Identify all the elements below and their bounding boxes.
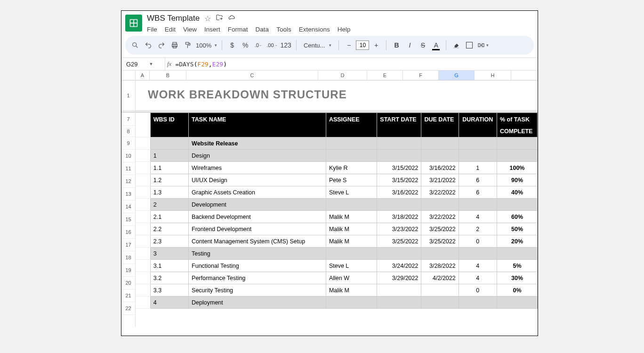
cell[interactable]: 60% xyxy=(497,211,538,223)
cell[interactable] xyxy=(136,235,150,248)
cell[interactable]: 1 xyxy=(150,150,188,162)
cell[interactable] xyxy=(136,260,150,272)
row-header[interactable]: 18 xyxy=(121,251,135,264)
cell[interactable]: UI/UX Design xyxy=(189,174,326,186)
cell[interactable]: 3 xyxy=(150,248,188,260)
col-header-e[interactable]: E xyxy=(367,71,403,80)
row-header[interactable]: 20 xyxy=(121,277,135,289)
cloud-status-icon[interactable] xyxy=(228,14,235,23)
cell[interactable] xyxy=(377,137,421,150)
cell[interactable] xyxy=(421,199,459,211)
cell[interactable] xyxy=(150,137,188,150)
cell[interactable]: 90% xyxy=(497,174,538,186)
cell[interactable]: 3/25/2022 xyxy=(421,223,459,235)
cell[interactable] xyxy=(136,211,150,223)
cell[interactable]: Backend Development xyxy=(189,211,326,223)
cell[interactable] xyxy=(326,199,377,211)
cell[interactable]: 4/2/2022 xyxy=(421,272,459,284)
col-header-f[interactable]: F xyxy=(403,71,439,80)
cell[interactable] xyxy=(326,297,377,309)
strike-button[interactable]: S xyxy=(418,39,428,51)
cell[interactable]: 5% xyxy=(497,260,538,272)
cell[interactable] xyxy=(136,248,150,260)
paint-format-icon[interactable] xyxy=(183,39,193,51)
cell[interactable] xyxy=(326,150,377,162)
cell[interactable]: 4 xyxy=(459,272,497,284)
cell[interactable]: Steve L xyxy=(326,186,377,199)
cell[interactable] xyxy=(377,150,421,162)
menu-insert[interactable]: Insert xyxy=(204,26,220,33)
italic-button[interactable]: I xyxy=(404,39,415,51)
menu-edit[interactable]: Edit xyxy=(165,26,176,33)
borders-button[interactable] xyxy=(464,39,475,51)
name-box[interactable]: G29 xyxy=(126,61,138,68)
select-all-corner[interactable] xyxy=(121,71,135,80)
col-header-b[interactable]: B xyxy=(150,71,186,80)
cell[interactable] xyxy=(326,248,377,260)
cell[interactable] xyxy=(497,248,538,260)
th-wbsid[interactable]: WBS ID xyxy=(150,113,188,126)
cell[interactable] xyxy=(459,297,497,309)
col-header-a[interactable]: A xyxy=(136,71,150,80)
cell[interactable] xyxy=(497,297,538,309)
cell[interactable]: 3/15/2022 xyxy=(377,162,421,174)
cell[interactable] xyxy=(497,150,538,162)
cell[interactable]: 3/28/2022 xyxy=(421,260,459,272)
search-icon[interactable] xyxy=(130,39,140,51)
col-header-c[interactable]: C xyxy=(186,71,318,80)
cell[interactable]: 4 xyxy=(459,211,497,223)
cell[interactable]: 3/25/2022 xyxy=(377,235,421,248)
increase-decimal-icon[interactable]: .00→ xyxy=(266,39,277,51)
th-pct1[interactable]: % of TASK xyxy=(497,113,538,126)
cell[interactable]: Functional Testing xyxy=(189,260,326,272)
cell[interactable] xyxy=(497,137,538,150)
row-header[interactable]: 10 xyxy=(121,150,135,162)
cell[interactable]: 3.2 xyxy=(150,272,188,284)
row-header[interactable]: 19 xyxy=(121,264,135,277)
cell[interactable]: 1 xyxy=(459,162,497,174)
bold-button[interactable]: B xyxy=(391,39,402,51)
row-header[interactable]: 1 xyxy=(121,80,135,111)
cell[interactable] xyxy=(459,150,497,162)
cell[interactable] xyxy=(421,248,459,260)
cell[interactable]: 20% xyxy=(497,235,538,248)
cell[interactable]: Security Testing xyxy=(189,284,326,297)
name-box-dropdown-icon[interactable]: ▼ xyxy=(149,62,153,66)
cell[interactable]: 3.1 xyxy=(150,260,188,272)
menu-format[interactable]: Format xyxy=(228,26,248,33)
cell[interactable]: 3/22/2022 xyxy=(421,211,459,223)
cell[interactable]: 2 xyxy=(459,223,497,235)
cell[interactable]: Design xyxy=(189,150,326,162)
merge-button[interactable] xyxy=(477,39,489,51)
menu-data[interactable]: Data xyxy=(256,26,269,33)
th-task[interactable]: TASK NAME xyxy=(189,113,326,126)
cell[interactable] xyxy=(136,162,150,174)
cell[interactable]: 0 xyxy=(459,284,497,297)
fontsize-decrease[interactable]: − xyxy=(344,39,354,51)
move-folder-icon[interactable] xyxy=(216,14,223,23)
cell[interactable]: 100% xyxy=(497,162,538,174)
decrease-decimal-icon[interactable]: .0← xyxy=(253,39,264,51)
cell[interactable] xyxy=(136,150,150,162)
text-color-button[interactable]: A xyxy=(431,39,441,51)
menu-extensions[interactable]: Extensions xyxy=(299,26,330,33)
cell[interactable]: 3/15/2022 xyxy=(377,174,421,186)
cell[interactable]: Development xyxy=(189,199,326,211)
cell[interactable] xyxy=(136,113,150,126)
fontsize-increase[interactable]: + xyxy=(371,39,381,51)
cell[interactable]: Kylie R xyxy=(326,162,377,174)
cell[interactable] xyxy=(459,199,497,211)
cell[interactable] xyxy=(377,297,421,309)
undo-icon[interactable] xyxy=(143,39,153,51)
zoom-select[interactable]: 100% xyxy=(196,42,217,49)
spreadsheet-grid[interactable]: 1 7 8 910111213141516171819202122 A B C … xyxy=(121,71,538,327)
row-header[interactable]: 12 xyxy=(121,175,135,188)
col-header-h[interactable]: H xyxy=(475,71,511,80)
cell[interactable]: 4 xyxy=(459,260,497,272)
cell[interactable] xyxy=(377,248,421,260)
th-duration[interactable]: DURATION xyxy=(459,113,497,126)
cell[interactable]: 2.2 xyxy=(150,223,188,235)
cell[interactable] xyxy=(421,150,459,162)
row-header[interactable]: 15 xyxy=(121,213,135,226)
cell[interactable]: 2.3 xyxy=(150,235,188,248)
